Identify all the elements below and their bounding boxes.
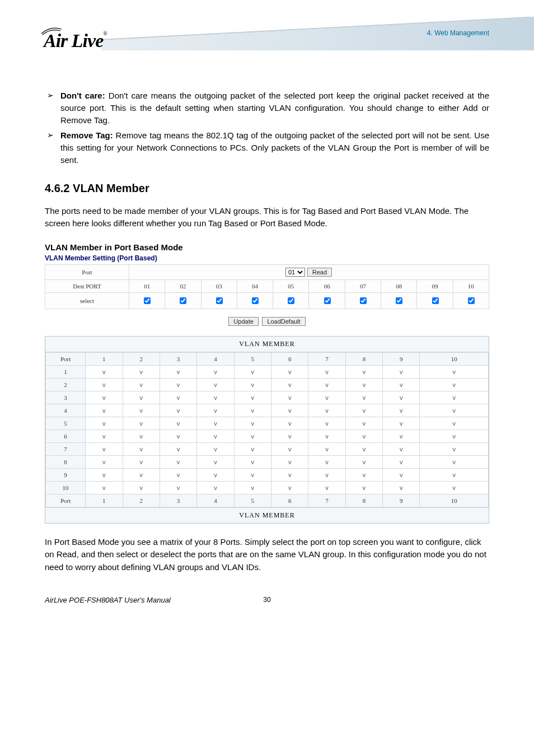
matrix-cell: v: [420, 430, 489, 442]
matrix-cell: v: [86, 442, 123, 455]
dest-col: 07: [345, 279, 381, 292]
vlan-setting-table: Port 01 Read Dest PORT 01 02 03 04 05 06…: [45, 264, 489, 309]
matrix-cell: v: [160, 481, 196, 494]
select-checkbox[interactable]: [144, 297, 151, 304]
matrix-col-head: 8: [345, 352, 382, 365]
matrix-cell: v: [234, 378, 271, 391]
matrix-cell: v: [271, 365, 308, 378]
bullet-list: Don't care: Don't care means the outgoin…: [45, 90, 489, 166]
matrix-cell: v: [271, 468, 308, 481]
bullet-item: Don't care: Don't care means the outgoin…: [60, 90, 489, 126]
select-checkbox[interactable]: [432, 297, 439, 304]
matrix-col-head: 2: [123, 352, 160, 365]
port-select[interactable]: 01: [285, 268, 305, 277]
cfg-row-dest: Dest PORT 01 02 03 04 05 06 07 08 09 10: [45, 279, 489, 292]
matrix-cell: v: [123, 365, 160, 378]
matrix-cell: v: [160, 365, 196, 378]
select-checkbox[interactable]: [288, 297, 294, 304]
matrix-head-row: Port 1 2 3 4 5 6 7 8 9 10: [46, 352, 489, 365]
matrix-cell: v: [123, 455, 160, 468]
read-button[interactable]: Read: [307, 268, 332, 277]
select-checkbox[interactable]: [324, 297, 331, 304]
matrix-cell: v: [383, 404, 420, 417]
matrix-cell: v: [383, 365, 420, 378]
matrix-row-head: 8: [46, 455, 86, 468]
matrix-row-head: 3: [46, 391, 86, 404]
cfg-dest-label: Dest PORT: [45, 279, 129, 292]
matrix-cell: v: [420, 391, 489, 404]
matrix-cell: v: [160, 442, 196, 455]
dest-col: 02: [165, 279, 201, 292]
matrix-cell: v: [123, 404, 160, 417]
matrix-row-head: 1: [46, 365, 86, 378]
matrix-row-head: 6: [46, 430, 86, 442]
matrix-row: 6vvvvvvvvvv: [46, 430, 489, 442]
matrix-cell: v: [197, 442, 234, 455]
matrix-row: 5vvvvvvvvvv: [46, 417, 489, 430]
matrix-cell: v: [160, 468, 196, 481]
matrix-cell: v: [345, 455, 382, 468]
matrix-col-head: 4: [197, 352, 234, 365]
matrix-cell: v: [345, 417, 382, 430]
matrix-cell: v: [383, 391, 420, 404]
matrix-cell: v: [123, 468, 160, 481]
matrix-foot-label: Port: [46, 494, 86, 507]
matrix-cell: v: [271, 481, 308, 494]
select-checkbox[interactable]: [252, 297, 259, 304]
matrix-row: 9vvvvvvvvvv: [46, 468, 489, 481]
matrix-cell: v: [160, 378, 196, 391]
panel-caption: VLAN Member Setting (Port Based): [45, 254, 489, 262]
matrix-cell: v: [123, 378, 160, 391]
matrix-cell: v: [197, 365, 234, 378]
dest-col: 03: [201, 279, 237, 292]
page-number: 30: [263, 596, 270, 604]
matrix-cell: v: [345, 391, 382, 404]
select-checkbox[interactable]: [180, 297, 186, 304]
matrix-col-foot: 1: [86, 494, 123, 507]
matrix-col-head: 6: [271, 352, 308, 365]
matrix-row: 2vvvvvvvvvv: [46, 378, 489, 391]
matrix-row: 4vvvvvvvvvv: [46, 404, 489, 417]
matrix-cell: v: [160, 417, 196, 430]
matrix-cell: v: [383, 455, 420, 468]
matrix-table: Port 1 2 3 4 5 6 7 8 9 10 1vvvvvvvvvv 2v…: [45, 352, 489, 507]
matrix-row-head: 9: [46, 468, 86, 481]
dest-col: 09: [417, 279, 453, 292]
matrix-cell: v: [420, 365, 489, 378]
select-checkbox[interactable]: [396, 297, 402, 304]
matrix-cell: v: [345, 378, 382, 391]
matrix-cell: v: [86, 417, 123, 430]
update-button[interactable]: Update: [228, 317, 258, 326]
cfg-port-controls: 01 Read: [129, 264, 489, 279]
select-checkbox[interactable]: [468, 297, 475, 304]
chapter-label: 4. Web Management: [427, 29, 489, 37]
matrix-cell: v: [383, 468, 420, 481]
bullet-text: Don't care means the outgoing packet of …: [60, 91, 489, 125]
dest-col: 04: [237, 279, 273, 292]
matrix-cell: v: [345, 442, 382, 455]
matrix-col-head: 9: [383, 352, 420, 365]
matrix-cell: v: [420, 442, 489, 455]
matrix-head-label: Port: [46, 352, 86, 365]
matrix-row: 8vvvvvvvvvv: [46, 455, 489, 468]
matrix-cell: v: [271, 442, 308, 455]
matrix-cell: v: [420, 404, 489, 417]
matrix-footer-title: VLAN MEMBER: [45, 507, 489, 523]
matrix-cell: v: [197, 404, 234, 417]
matrix-row-head: 10: [46, 481, 86, 494]
matrix-cell: v: [234, 417, 271, 430]
matrix-cell: v: [308, 430, 345, 442]
dest-col: 01: [129, 279, 165, 292]
matrix-col-foot: 6: [271, 494, 308, 507]
matrix-col-foot: 7: [308, 494, 345, 507]
matrix-cell: v: [123, 391, 160, 404]
matrix-cell: v: [308, 455, 345, 468]
subhead: VLAN Member in Port Based Mode: [45, 242, 489, 252]
load-default-button[interactable]: LoadDefault: [262, 317, 305, 326]
matrix-cell: v: [86, 481, 123, 494]
matrix-col-foot: 4: [197, 494, 234, 507]
select-checkbox[interactable]: [360, 297, 367, 304]
matrix-cell: v: [383, 430, 420, 442]
section-intro: The ports need to be made member of your…: [45, 205, 489, 230]
select-checkbox[interactable]: [216, 297, 223, 304]
